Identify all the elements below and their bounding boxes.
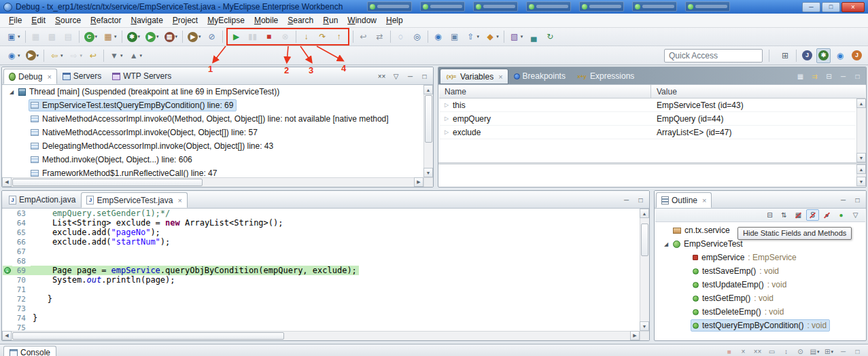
editor-horizontal-scrollbar[interactable]: ◀ ▶ <box>2 331 640 340</box>
chat-window-badge[interactable] <box>526 1 571 12</box>
outline-item-testsaveemp[interactable]: testSaveEmp() : void <box>655 264 865 278</box>
view-menu-icon[interactable]: ▽ <box>389 71 402 82</box>
code-line-71[interactable]: 71 <box>3 285 640 294</box>
minimize-view-icon[interactable]: ─ <box>404 71 417 82</box>
tab-outline[interactable]: Outline × <box>656 192 712 208</box>
scrollbar-thumb[interactable] <box>425 95 432 143</box>
expander-expanded-icon[interactable]: ◢ <box>8 89 15 95</box>
outline-item-content[interactable]: testUpdateEmp() : void <box>691 279 790 291</box>
minimize-view-icon[interactable]: ─ <box>620 194 633 206</box>
debug-launch-icon[interactable]: ✱▾ <box>125 29 143 44</box>
terminate-icon[interactable]: ■ <box>262 29 277 44</box>
scroll-up-icon[interactable]: ▲ <box>856 99 866 108</box>
scroll-left-icon[interactable]: ◀ <box>2 177 12 187</box>
outline-item-testqueryempbycondition[interactable]: testQueryEmpByCondition() : void <box>655 319 865 332</box>
step-into-icon[interactable]: ↓ <box>299 29 314 44</box>
outline-item-testgetemp[interactable]: testGetEmp() : void <box>655 291 865 305</box>
new-java-package-icon[interactable]: ▦▾ <box>101 29 119 44</box>
outline-item-content[interactable]: testQueryEmpByCondition() : void <box>691 319 830 332</box>
remove-all-terminated-icon[interactable]: ×× <box>375 71 388 82</box>
outline-item-content[interactable]: testGetEmp() : void <box>691 292 777 304</box>
deploy-icon[interactable]: ⇧▾ <box>464 29 482 44</box>
tab-close-button[interactable]: × <box>702 196 706 204</box>
web-browser-icon[interactable]: ◉ <box>431 29 446 44</box>
thread-row[interactable]: ◢ Thread [main] (Suspended (breakpoint a… <box>3 85 423 99</box>
code-line-63[interactable]: 63 empQuery.setGender(1);*/ <box>3 209 640 218</box>
new-wizard-icon[interactable]: ▣▾ <box>4 29 22 44</box>
menu-help[interactable]: Help <box>381 14 408 26</box>
step-over-icon[interactable]: ↷ <box>315 29 330 44</box>
outline-item-content[interactable]: testSaveEmp() : void <box>691 265 782 277</box>
debug-vertical-scrollbar[interactable]: ▲ ▼ <box>423 85 433 177</box>
next-annotation-icon[interactable]: ▼▾ <box>107 48 125 63</box>
database-explorer-icon[interactable]: ▄ <box>526 29 541 44</box>
scrollbar-thumb[interactable] <box>12 332 284 340</box>
perspective-java-icon[interactable]: J <box>850 48 864 63</box>
scroll-down-icon[interactable]: ▼ <box>640 321 649 331</box>
coverage-launch-icon[interactable]: ▥▾ <box>162 29 180 44</box>
code-line-64[interactable]: 64 List<String> exclude = new ArrayList<… <box>3 218 640 228</box>
variable-row[interactable]: ▷excludeArrayList<E> (id=47) <box>439 126 856 139</box>
show-logical-structures-icon[interactable]: ⇉ <box>808 71 821 82</box>
forward-icon[interactable]: ⇨▾ <box>67 48 85 63</box>
maximize-view-icon[interactable]: □ <box>851 71 864 82</box>
hide-nonpublic-icon[interactable]: ● <box>820 209 833 221</box>
expander-collapsed-icon[interactable]: ▷ <box>443 115 450 122</box>
tab-empaction-java[interactable]: JEmpAction.java <box>3 192 81 208</box>
collapse-all-icon[interactable]: ⊟ <box>822 71 835 82</box>
code-line-69[interactable]: ▸69 Page page = empService.queryObjByCon… <box>3 266 640 275</box>
variables-vertical-scrollbar[interactable]: ▲ ▼ <box>856 99 866 162</box>
variable-detail-pane[interactable] <box>439 164 856 186</box>
maximize-view-icon[interactable]: □ <box>851 194 864 206</box>
tab-breakpoints[interactable]: Breakpoints <box>508 69 571 84</box>
use-step-filters-icon[interactable]: ⇄ <box>372 29 387 44</box>
perspective-myeclipse-icon[interactable]: ◉ <box>833 48 848 63</box>
code-line-72[interactable]: 72 } <box>3 294 640 304</box>
outline-item-testupdateemp[interactable]: testUpdateEmp() : void <box>655 278 865 291</box>
expander-collapsed-icon[interactable]: ▷ <box>443 129 450 135</box>
minimize-view-icon[interactable]: ─ <box>837 194 850 206</box>
step-return-icon[interactable]: ↑ <box>332 29 347 44</box>
tab-servers[interactable]: Servers <box>57 69 107 84</box>
scrollbar-thumb[interactable] <box>12 179 203 186</box>
menu-search[interactable]: Search <box>283 14 318 26</box>
stack-frame-row[interactable]: NativeMethodAccessorImpl.invoke0(Method,… <box>3 112 423 126</box>
stack-frame[interactable]: NativeMethodAccessorImpl.invoke(Object, … <box>29 126 261 139</box>
variable-row[interactable]: ▷thisEmpServiceTest (id=43) <box>439 99 856 112</box>
resume-icon[interactable]: ▶ <box>229 29 244 44</box>
suspend-icon[interactable]: ▮▮ <box>245 29 260 44</box>
outline-item-content[interactable]: cn.tx.service <box>661 224 733 236</box>
menu-navigate[interactable]: Navigate <box>126 14 167 26</box>
tab-empservicetest-java[interactable]: JEmpServiceTest.java× <box>81 192 187 208</box>
remove-all-launches-icon[interactable]: ×× <box>751 346 764 356</box>
stack-frame[interactable]: FrameworkMethod$1.runReflectiveCall() li… <box>29 167 220 177</box>
clear-console-icon[interactable]: ▭ <box>765 346 778 356</box>
perspective-debug-icon[interactable]: ✱ <box>816 48 831 63</box>
menu-myeclipse[interactable]: MyEclipse <box>203 14 249 26</box>
stack-frame-row[interactable]: DelegatingMethodAccessorImpl.invoke(Obje… <box>3 139 423 153</box>
stack-frame[interactable]: Method.invoke(Object, Object...) line: 6… <box>29 154 196 166</box>
chat-window-badge[interactable] <box>632 1 677 12</box>
scroll-down-icon[interactable]: ▼ <box>856 153 866 162</box>
terminate-console-icon[interactable]: ■ <box>723 346 735 356</box>
maximize-view-icon[interactable]: □ <box>418 71 431 82</box>
window-maximize-button[interactable]: □ <box>822 2 840 12</box>
tab-close-button[interactable]: × <box>177 196 181 204</box>
menu-source[interactable]: Source <box>50 14 86 26</box>
chat-window-badge[interactable] <box>473 1 518 12</box>
link-with-editor-icon[interactable]: ● <box>835 209 848 221</box>
detail-vertical-scrollbar[interactable]: ▲ ▼ <box>856 164 866 186</box>
minimize-view-icon[interactable]: ─ <box>837 71 850 82</box>
scroll-up-icon[interactable]: ▲ <box>856 164 866 174</box>
outline-item-content[interactable]: empService : EmpService <box>691 251 800 264</box>
tab-close-button[interactable]: × <box>498 73 502 81</box>
code-line-67[interactable]: 67 <box>3 247 640 256</box>
drop-to-frame-icon[interactable]: ↩ <box>356 29 371 44</box>
quick-access-input[interactable] <box>664 49 763 63</box>
server-icon[interactable]: ▣ <box>447 29 462 44</box>
menu-project[interactable]: Project <box>168 14 203 26</box>
debug-horizontal-scrollbar[interactable]: ◀ ▶ <box>2 177 423 187</box>
stack-frame[interactable]: EmpServiceTest.testQueryEmpByCondition()… <box>29 99 237 111</box>
sort-icon[interactable]: ⇅ <box>778 209 791 221</box>
scroll-down-icon[interactable]: ▼ <box>856 177 866 186</box>
